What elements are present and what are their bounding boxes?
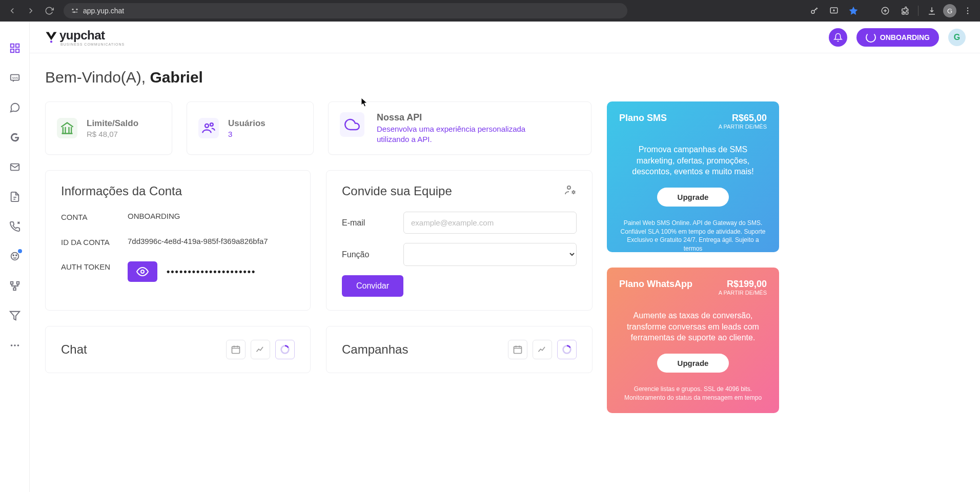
svg-rect-31 xyxy=(232,346,240,353)
sidebar-dashboard-icon[interactable] xyxy=(9,42,21,54)
email-input[interactable] xyxy=(403,212,577,234)
promo-sms-footer: Painel Web SMS Online. API de Gateway do… xyxy=(619,219,767,253)
promo-sms-price-sub: A PARTIR DE/MÊS xyxy=(719,124,767,130)
donut-chart-tool[interactable] xyxy=(557,340,577,359)
browser-reload-button[interactable] xyxy=(41,3,57,19)
browser-forward-button[interactable] xyxy=(23,3,39,19)
svg-rect-12 xyxy=(15,49,18,52)
divider xyxy=(918,6,918,16)
calendar-tool[interactable] xyxy=(226,340,246,359)
sidebar-document-icon[interactable] xyxy=(9,191,21,203)
bank-icon xyxy=(57,118,77,138)
logo-subtitle: BUSINESS COMMUNICATIONS xyxy=(60,43,125,46)
bookmark-star-icon[interactable] xyxy=(845,3,862,19)
sidebar-whatsapp-icon[interactable] xyxy=(9,101,21,114)
svg-point-17 xyxy=(13,255,14,256)
site-settings-icon[interactable] xyxy=(71,7,79,15)
conta-value: ONBOARDING xyxy=(128,212,180,220)
sidebar-filter-icon[interactable] xyxy=(9,310,21,322)
donut-chart-tool[interactable] xyxy=(275,340,295,359)
api-description: Desenvolva uma experiência personalizada… xyxy=(377,124,551,144)
users-card[interactable]: Usuários 3 xyxy=(187,101,314,155)
sidebar-google-icon[interactable] xyxy=(9,131,21,144)
welcome-name: Gabriel xyxy=(150,69,203,86)
user-avatar[interactable]: G xyxy=(948,29,966,46)
svg-point-6 xyxy=(967,8,968,9)
account-info-panel: Informações da Conta CONTA ONBOARDING ID… xyxy=(45,170,311,311)
promo-sms-upgrade-button[interactable]: Upgrade xyxy=(657,188,729,207)
promo-wa-price: R$199,00 xyxy=(719,279,767,290)
welcome-heading: Bem-Vindo(A), Gabriel xyxy=(45,69,965,86)
balance-label: Limite/Saldo xyxy=(87,118,138,129)
svg-point-3 xyxy=(811,10,814,13)
password-key-icon[interactable] xyxy=(806,3,823,19)
logo[interactable]: yupchat BUSINESS COMMUNICATIONS xyxy=(44,28,125,46)
svg-point-25 xyxy=(50,40,52,43)
svg-point-16 xyxy=(11,253,18,260)
onboarding-label: ONBOARDING xyxy=(880,33,930,42)
svg-point-24 xyxy=(17,344,19,346)
users-icon xyxy=(198,118,219,138)
welcome-greeting: Bem-Vindo(A), xyxy=(45,69,150,86)
promo-wa-footer: Gerencie listas e grupos. SSL de 4096 bi… xyxy=(619,385,767,402)
browser-url-bar[interactable]: app.yup.chat xyxy=(64,3,627,18)
promo-wa-upgrade-button[interactable]: Upgrade xyxy=(657,354,729,373)
balance-card[interactable]: Limite/Saldo R$ 48,07 xyxy=(45,101,172,155)
progress-ring-icon xyxy=(866,32,876,43)
browser-back-button[interactable] xyxy=(4,3,21,19)
reveal-token-button[interactable] xyxy=(128,261,157,282)
calendar-tool[interactable] xyxy=(508,340,527,359)
promo-sms-body: Promova campanhas de SMS marketing, ofer… xyxy=(619,144,767,177)
new-tab-icon[interactable] xyxy=(877,3,893,19)
api-title: Nossa API xyxy=(377,112,551,123)
logo-text: yupchat xyxy=(59,28,105,42)
users-label: Usuários xyxy=(228,118,266,129)
sidebar-more-icon[interactable] xyxy=(9,339,21,352)
sidebar-voice-icon[interactable] xyxy=(9,220,21,233)
svg-point-22 xyxy=(10,344,12,346)
account-id-label: ID DA CONTA xyxy=(61,237,128,249)
role-label: Função xyxy=(342,250,393,259)
promo-sms-title: Plano SMS xyxy=(619,113,667,130)
line-chart-tool[interactable] xyxy=(251,340,270,359)
browser-url-text: app.yup.chat xyxy=(83,7,124,15)
balance-value: R$ 48,07 xyxy=(87,130,138,138)
browser-profile-avatar[interactable]: G xyxy=(943,4,956,17)
onboarding-button[interactable]: ONBOARDING xyxy=(856,28,939,47)
svg-point-18 xyxy=(15,255,16,256)
svg-text:SMS: SMS xyxy=(12,76,18,79)
promo-sms-price: R$65,00 xyxy=(719,113,767,124)
svg-point-27 xyxy=(210,123,213,126)
downloads-icon[interactable] xyxy=(924,3,940,19)
notifications-button[interactable] xyxy=(829,28,847,47)
line-chart-tool[interactable] xyxy=(533,340,552,359)
sidebar-email-icon[interactable] xyxy=(9,161,21,173)
svg-rect-20 xyxy=(16,282,19,284)
svg-rect-33 xyxy=(514,346,522,353)
svg-point-29 xyxy=(567,186,570,189)
sidebar: SMS xyxy=(0,22,30,492)
account-info-title: Informações da Conta xyxy=(61,184,295,198)
svg-point-30 xyxy=(573,191,575,193)
promo-sms-card: Plano SMS R$65,00 A PARTIR DE/MÊS Promov… xyxy=(607,101,779,252)
svg-rect-10 xyxy=(15,44,18,47)
svg-rect-11 xyxy=(10,49,13,52)
svg-point-23 xyxy=(14,344,16,346)
chat-chart-panel: Chat xyxy=(45,326,311,373)
users-value: 3 xyxy=(228,130,266,138)
browser-menu-icon[interactable] xyxy=(959,3,976,19)
conta-label: CONTA xyxy=(61,212,128,223)
sidebar-bot-icon[interactable] xyxy=(9,250,21,262)
svg-point-7 xyxy=(967,10,968,11)
api-card[interactable]: Nossa API Desenvolva uma experiência per… xyxy=(328,101,591,155)
sidebar-sms-icon[interactable]: SMS xyxy=(9,72,21,84)
invite-button[interactable]: Convidar xyxy=(342,275,403,297)
install-app-icon[interactable] xyxy=(826,3,842,19)
promo-whatsapp-card: Plano WhatsApp R$199,00 A PARTIR DE/MÊS … xyxy=(607,268,779,413)
role-select[interactable] xyxy=(403,243,577,266)
extensions-icon[interactable] xyxy=(896,3,913,19)
team-settings-icon[interactable] xyxy=(564,184,577,198)
invite-title: Convide sua Equipe xyxy=(342,184,452,198)
sidebar-flow-icon[interactable] xyxy=(9,280,21,292)
topbar: yupchat BUSINESS COMMUNICATIONS ONBOARDI… xyxy=(30,22,980,53)
